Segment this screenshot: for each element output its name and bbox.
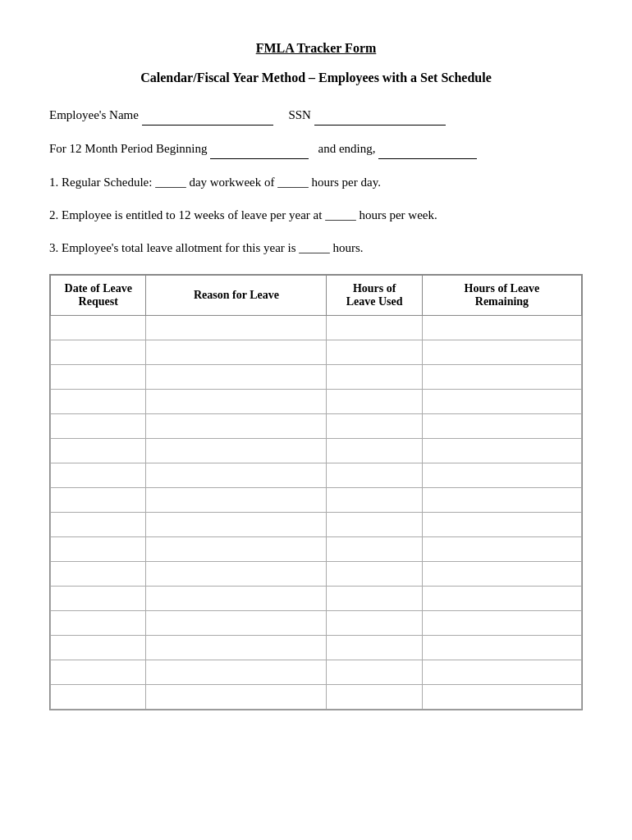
table-cell [51, 340, 146, 365]
period-and: and ending, [318, 142, 376, 155]
table-row [51, 587, 582, 611]
table-cell [146, 463, 327, 488]
table-cell [327, 587, 422, 611]
table-row [51, 685, 582, 710]
table-cell [51, 316, 146, 340]
table-cell [51, 562, 146, 587]
table-row [51, 488, 582, 513]
table-row [51, 611, 582, 636]
table-cell [327, 660, 422, 685]
table-cell [327, 365, 422, 390]
table-cell [51, 390, 146, 414]
table-cell [146, 365, 327, 390]
employee-name-blank [142, 105, 273, 126]
table-cell [51, 463, 146, 488]
table-cell [422, 439, 581, 463]
col-header-remaining: Hours of LeaveRemaining [422, 276, 581, 316]
table-row [51, 365, 582, 390]
table-row [51, 537, 582, 562]
period-beginning-blank [210, 139, 309, 159]
col-header-date: Date of LeaveRequest [51, 276, 146, 316]
table-cell [422, 414, 581, 439]
table-cell [327, 562, 422, 587]
employee-name-label: Employee's Name [49, 108, 139, 121]
table-cell [422, 685, 581, 710]
col-header-used: Hours ofLeave Used [327, 276, 422, 316]
table-cell [327, 488, 422, 513]
table-cell [422, 562, 581, 587]
table-cell [146, 488, 327, 513]
line2-text: 2. Employee is entitled to 12 weeks of l… [49, 205, 583, 225]
table-cell [51, 636, 146, 660]
col-header-reason: Reason for Leave [146, 276, 327, 316]
table-cell [327, 611, 422, 636]
table-cell [146, 537, 327, 562]
table-row [51, 316, 582, 340]
table-row [51, 439, 582, 463]
table-cell [327, 513, 422, 537]
table-cell [146, 562, 327, 587]
table-cell [146, 636, 327, 660]
table-cell [146, 340, 327, 365]
table-cell [422, 660, 581, 685]
period-label: For 12 Month Period Beginning [49, 142, 208, 155]
table-cell [51, 587, 146, 611]
table-cell [146, 414, 327, 439]
table-cell [51, 414, 146, 439]
table-cell [327, 439, 422, 463]
table-header-row: Date of LeaveRequest Reason for Leave Ho… [51, 276, 582, 316]
period-field: For 12 Month Period Beginning and ending… [49, 139, 583, 159]
table-cell [327, 537, 422, 562]
table-cell [146, 316, 327, 340]
table-cell [51, 513, 146, 537]
table-cell [327, 685, 422, 710]
table-cell [422, 340, 581, 365]
table-cell [146, 685, 327, 710]
table-row [51, 660, 582, 685]
table-cell [327, 463, 422, 488]
leave-table-container: Date of LeaveRequest Reason for Leave Ho… [49, 274, 583, 710]
table-cell [146, 611, 327, 636]
table-cell [422, 611, 581, 636]
table-cell [51, 439, 146, 463]
line3-text: 3. Employee's total leave allotment for … [49, 238, 583, 258]
ssn-blank [314, 105, 446, 126]
table-cell [146, 587, 327, 611]
table-row [51, 636, 582, 660]
table-cell [422, 537, 581, 562]
table-cell [422, 513, 581, 537]
table-cell [51, 365, 146, 390]
table-cell [327, 414, 422, 439]
employee-name-field: Employee's Name SSN [49, 105, 583, 126]
table-cell [422, 390, 581, 414]
table-cell [51, 660, 146, 685]
table-cell [327, 390, 422, 414]
table-cell [327, 636, 422, 660]
ssn-label: SSN [288, 108, 311, 121]
table-cell [51, 537, 146, 562]
table-cell [422, 488, 581, 513]
table-cell [146, 513, 327, 537]
table-cell [51, 488, 146, 513]
table-cell [422, 587, 581, 611]
table-cell [327, 316, 422, 340]
subtitle: Calendar/Fiscal Year Method – Employees … [49, 71, 583, 85]
table-cell [422, 463, 581, 488]
table-cell [422, 365, 581, 390]
table-cell [51, 611, 146, 636]
table-cell [327, 340, 422, 365]
table-row [51, 414, 582, 439]
table-cell [146, 660, 327, 685]
table-row [51, 562, 582, 587]
leave-table: Date of LeaveRequest Reason for Leave Ho… [50, 275, 582, 710]
table-cell [422, 636, 581, 660]
table-row [51, 390, 582, 414]
table-cell [146, 390, 327, 414]
table-cell [146, 439, 327, 463]
table-cell [51, 685, 146, 710]
period-ending-blank [378, 139, 477, 159]
line1-text: 1. Regular Schedule: _____ day workweek … [49, 172, 583, 192]
table-row [51, 463, 582, 488]
table-cell [422, 316, 581, 340]
table-row [51, 340, 582, 365]
